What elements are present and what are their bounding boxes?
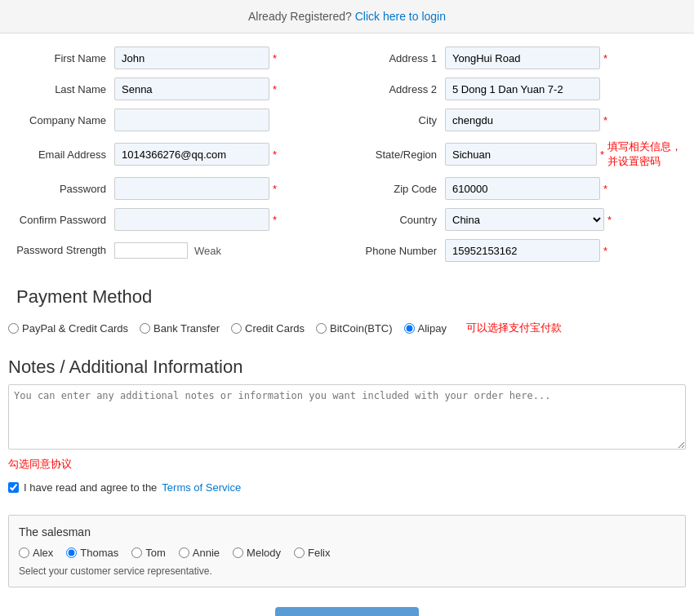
- city-input[interactable]: [445, 109, 600, 131]
- password-required: *: [273, 183, 277, 195]
- last-name-input[interactable]: [114, 78, 269, 100]
- row-company-city: Company Name City *: [8, 109, 686, 131]
- zip-label: Zip Code: [355, 183, 445, 195]
- email-group: Email Address *: [8, 143, 339, 166]
- salesman-title: The salesman: [19, 525, 675, 538]
- credit-radio[interactable]: [231, 323, 242, 334]
- felix-label: Felix: [308, 547, 330, 559]
- zip-input[interactable]: [445, 177, 600, 200]
- payment-method-section: Payment Method PayPal & Credit Cards Ban…: [0, 278, 694, 348]
- payment-option-paypal[interactable]: PayPal & Credit Cards: [8, 322, 128, 335]
- payment-option-bank[interactable]: Bank Transfer: [140, 322, 220, 335]
- payment-option-alipay[interactable]: Alipay: [404, 322, 447, 335]
- alipay-radio[interactable]: [404, 323, 415, 334]
- salesman-option-felix[interactable]: Felix: [294, 547, 330, 559]
- address2-input[interactable]: [445, 78, 600, 100]
- weak-text: Weak: [194, 245, 221, 257]
- address2-label: Address 2: [355, 83, 445, 95]
- address1-group: Address 1 *: [355, 47, 686, 69]
- paypal-radio[interactable]: [8, 323, 19, 334]
- salesman-option-melody[interactable]: Melody: [233, 547, 281, 559]
- confirm-password-group: Confirm Password *: [8, 208, 339, 231]
- alex-radio[interactable]: [19, 547, 29, 558]
- payment-options: PayPal & Credit Cards Bank Transfer Cred…: [8, 316, 686, 340]
- melody-radio[interactable]: [233, 547, 243, 558]
- address1-input[interactable]: [445, 47, 600, 69]
- firstname-required: *: [273, 52, 277, 64]
- first-name-input[interactable]: [114, 47, 269, 69]
- annie-radio[interactable]: [179, 547, 189, 558]
- row-strength-phone: Password Strength Weak Phone Number *: [8, 239, 686, 262]
- tos-link[interactable]: Terms of Service: [162, 481, 241, 494]
- address1-required: *: [603, 52, 607, 64]
- salesman-option-thomas[interactable]: Thomas: [66, 547, 118, 559]
- confirm-password-input[interactable]: [114, 208, 269, 231]
- arrow-icon: ➜: [582, 613, 596, 617]
- state-input[interactable]: [445, 143, 597, 166]
- salesman-options: Alex Thomas Tom Annie Melody Felix: [19, 547, 675, 559]
- paypal-label: PayPal & Credit Cards: [22, 322, 128, 335]
- company-group: Company Name: [8, 109, 339, 131]
- email-input[interactable]: [114, 143, 269, 166]
- tom-radio[interactable]: [131, 547, 142, 558]
- salesman-note: Select your customer service representat…: [19, 565, 675, 577]
- felix-radio[interactable]: [294, 547, 305, 558]
- bank-radio[interactable]: [140, 323, 150, 334]
- tos-checkbox[interactable]: [8, 482, 19, 493]
- credit-label: Credit Cards: [245, 322, 305, 335]
- phone-input[interactable]: [445, 239, 600, 262]
- already-registered-text: Already Registered?: [248, 10, 352, 23]
- tos-text: I have read and agree to the: [24, 481, 157, 494]
- password-label: Password: [8, 183, 114, 195]
- melody-label: Melody: [247, 547, 281, 559]
- state-group: State/Region * 填写相关信息，并设置密码: [355, 140, 686, 169]
- complete-order-button[interactable]: Complete Order »: [275, 607, 418, 616]
- terms-annotation: 勾选同意协议: [8, 457, 72, 472]
- complete-order-row: Complete Order » 最后点击提交订单 ➜: [0, 596, 694, 616]
- already-registered-bar: Already Registered? Click here to login: [0, 0, 694, 33]
- phone-label: Phone Number: [355, 245, 445, 257]
- payment-option-bitcoin[interactable]: BitCoin(BTC): [316, 322, 393, 335]
- state-required: *: [600, 148, 604, 161]
- bitcoin-radio[interactable]: [316, 323, 327, 334]
- company-name-input[interactable]: [114, 109, 269, 131]
- salesman-section: The salesman Alex Thomas Tom Annie Melod…: [8, 515, 686, 587]
- password-strength-bar: [114, 242, 188, 259]
- city-label: City: [355, 114, 445, 126]
- password-group: Password *: [8, 177, 339, 200]
- firstname-group: First Name *: [8, 47, 339, 69]
- thomas-radio[interactable]: [66, 547, 77, 558]
- payment-option-credit[interactable]: Credit Cards: [231, 322, 305, 335]
- country-group: Country China United States Japan *: [355, 208, 686, 231]
- city-group: City *: [355, 109, 686, 131]
- bitcoin-label: BitCoin(BTC): [330, 322, 393, 335]
- alipay-label: Alipay: [418, 322, 447, 335]
- phone-group: Phone Number *: [355, 239, 686, 262]
- notes-textarea[interactable]: [8, 384, 686, 450]
- lastname-required: *: [273, 83, 277, 95]
- company-name-label: Company Name: [8, 114, 114, 126]
- address1-label: Address 1: [355, 52, 445, 64]
- email-label: Email Address: [8, 148, 114, 161]
- country-select[interactable]: China United States Japan: [445, 208, 604, 231]
- address2-group: Address 2: [355, 78, 686, 100]
- salesman-option-annie[interactable]: Annie: [179, 547, 220, 559]
- notes-section: Notes / Additional Information 勾选同意协议 I …: [0, 348, 694, 507]
- tos-row: I have read and agree to the Terms of Se…: [8, 476, 686, 499]
- annie-label: Annie: [193, 547, 220, 559]
- zip-group: Zip Code *: [355, 177, 686, 200]
- salesman-option-tom[interactable]: Tom: [131, 547, 166, 559]
- email-required: *: [273, 148, 277, 161]
- password-input[interactable]: [114, 177, 269, 200]
- bank-label: Bank Transfer: [153, 322, 220, 335]
- row-confirm-country: Confirm Password * Country China United …: [8, 208, 686, 231]
- salesman-option-alex[interactable]: Alex: [19, 547, 53, 559]
- password-strength-label: Password Strength: [8, 244, 114, 257]
- row-firstname-address1: First Name * Address 1 *: [8, 47, 686, 69]
- row-lastname-address2: Last Name * Address 2: [8, 78, 686, 100]
- login-link[interactable]: Click here to login: [355, 10, 446, 23]
- registration-form: First Name * Address 1 * Last Name * Add…: [0, 47, 694, 278]
- first-name-label: First Name: [8, 52, 114, 64]
- country-required: *: [607, 214, 612, 226]
- zip-required: *: [603, 183, 607, 195]
